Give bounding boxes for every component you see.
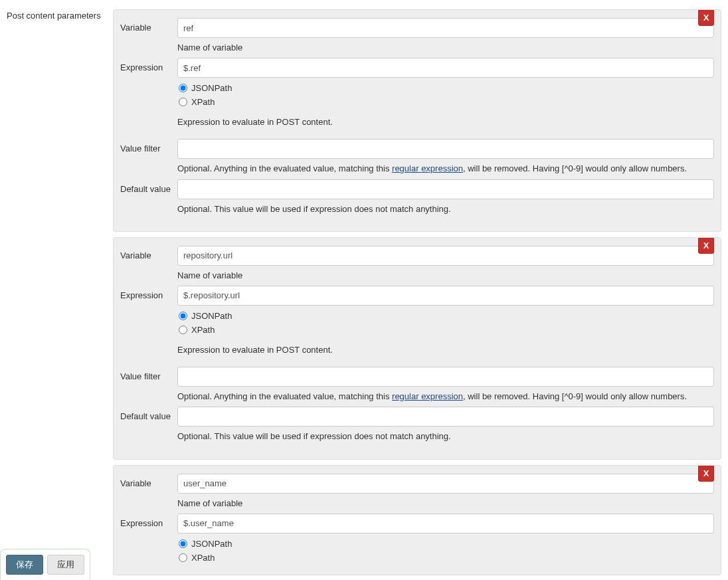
variable-label: Variable xyxy=(120,18,177,33)
jsonpath-radio[interactable] xyxy=(179,539,187,548)
value-filter-label: Value filter xyxy=(120,367,177,381)
xpath-radio[interactable] xyxy=(179,553,187,562)
expression-input[interactable] xyxy=(177,286,714,306)
jsonpath-radio-label: JSONPath xyxy=(191,539,232,549)
jsonpath-radio-label: JSONPath xyxy=(191,83,232,93)
xpath-radio-label: XPath xyxy=(191,97,215,107)
parameter-block: X Variable Name of variable Expression J… xyxy=(113,465,721,575)
expression-help: Expression to evaluate in POST content. xyxy=(177,116,714,128)
default-value-input[interactable] xyxy=(177,407,714,427)
value-filter-help-suffix: , will be removed. Having [^0-9] would o… xyxy=(463,391,687,401)
expression-input[interactable] xyxy=(177,58,714,78)
footer-actions: 保存 应用 xyxy=(0,549,90,580)
default-value-input[interactable] xyxy=(177,179,714,199)
expression-label: Expression xyxy=(120,514,177,528)
value-filter-input[interactable] xyxy=(177,367,714,387)
jsonpath-radio-label: JSONPath xyxy=(191,311,232,321)
parameter-block: X Variable Name of variable Expression J… xyxy=(113,9,721,232)
jsonpath-radio[interactable] xyxy=(179,312,187,320)
variable-help: Name of variable xyxy=(177,42,714,54)
section-title: Post content parameters xyxy=(7,9,113,21)
xpath-radio[interactable] xyxy=(179,326,187,334)
expression-help: Expression to evaluate in POST content. xyxy=(177,344,714,356)
regex-link[interactable]: regular expression xyxy=(392,163,463,173)
value-filter-help-prefix: Optional. Anything in the evaluated valu… xyxy=(177,391,392,401)
parameter-block: X Variable Name of variable Expression J… xyxy=(113,237,721,460)
expression-label: Expression xyxy=(120,286,177,300)
parameters-container: X Variable Name of variable Expression J… xyxy=(113,9,721,580)
delete-button[interactable]: X xyxy=(698,10,714,26)
default-value-help: Optional. This value will be used if exp… xyxy=(177,203,714,215)
expression-label: Expression xyxy=(120,58,177,72)
variable-help: Name of variable xyxy=(177,270,714,282)
save-button[interactable]: 保存 xyxy=(6,555,43,575)
xpath-radio[interactable] xyxy=(179,98,187,106)
value-filter-label: Value filter xyxy=(120,139,177,153)
xpath-radio-label: XPath xyxy=(191,325,215,335)
variable-input[interactable] xyxy=(177,474,714,494)
apply-button[interactable]: 应用 xyxy=(47,555,84,575)
value-filter-help-prefix: Optional. Anything in the evaluated valu… xyxy=(177,163,392,173)
value-filter-help: Optional. Anything in the evaluated valu… xyxy=(177,163,714,175)
variable-input[interactable] xyxy=(177,246,714,266)
default-value-label: Default value xyxy=(120,407,177,421)
regex-link[interactable]: regular expression xyxy=(392,391,463,401)
default-value-label: Default value xyxy=(120,179,177,194)
value-filter-help: Optional. Anything in the evaluated valu… xyxy=(177,391,714,403)
value-filter-input[interactable] xyxy=(177,139,714,159)
delete-button[interactable]: X xyxy=(698,466,714,482)
xpath-radio-label: XPath xyxy=(191,553,215,563)
variable-help: Name of variable xyxy=(177,498,714,510)
variable-label: Variable xyxy=(120,246,177,260)
variable-input[interactable] xyxy=(177,18,714,38)
default-value-help: Optional. This value will be used if exp… xyxy=(177,431,714,442)
expression-input[interactable] xyxy=(177,514,714,533)
value-filter-help-suffix: , will be removed. Having [^0-9] would o… xyxy=(463,163,687,173)
variable-label: Variable xyxy=(120,474,177,488)
jsonpath-radio[interactable] xyxy=(179,84,187,92)
delete-button[interactable]: X xyxy=(698,238,714,254)
